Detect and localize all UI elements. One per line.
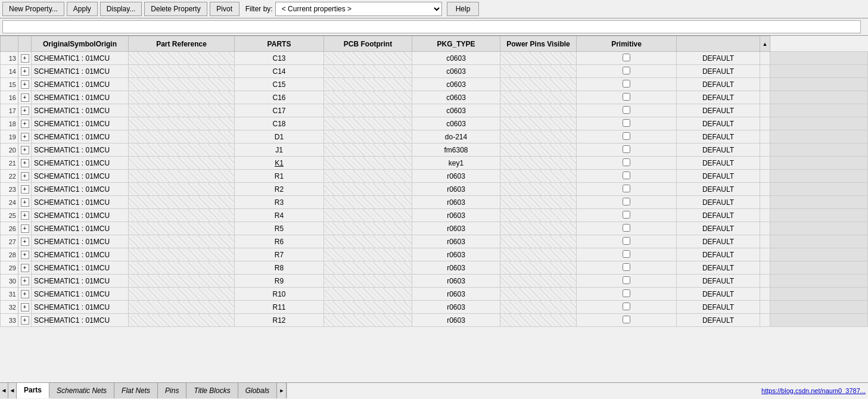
pcb-footprint-cell[interactable]: r0603: [412, 248, 500, 261]
pcb-footprint-cell[interactable]: r0603: [412, 235, 500, 248]
power-pins-visible-checkbox[interactable]: [623, 198, 630, 205]
parts-cell[interactable]: [324, 261, 412, 275]
expand-button[interactable]: +: [21, 172, 29, 180]
pcb-footprint-cell[interactable]: r0603: [412, 301, 500, 314]
pcb-footprint-cell[interactable]: r0603: [412, 196, 500, 209]
tab-parts[interactable]: Parts: [17, 383, 49, 398]
pcb-footprint-cell[interactable]: r0603: [412, 183, 500, 196]
pcb-footprint-cell[interactable]: do-214: [412, 130, 500, 144]
primitive-cell[interactable]: DEFAULT: [677, 235, 760, 248]
original-symbol-origin-cell[interactable]: [129, 209, 235, 222]
expand-button[interactable]: +: [21, 198, 29, 207]
pkg-type-cell[interactable]: [500, 78, 577, 91]
pkg-type-cell[interactable]: [500, 52, 577, 65]
pcb-footprint-cell[interactable]: c0603: [412, 65, 500, 78]
new-property-button[interactable]: New Property...: [2, 2, 64, 16]
power-pins-visible-checkbox[interactable]: [623, 250, 630, 258]
expand-cell[interactable]: +: [18, 104, 32, 117]
original-symbol-origin-cell[interactable]: [129, 275, 235, 288]
primitive-cell[interactable]: DEFAULT: [677, 222, 760, 235]
tab-flat-nets[interactable]: Flat Nets: [114, 383, 158, 398]
primitive-cell[interactable]: DEFAULT: [677, 104, 760, 117]
expand-cell[interactable]: +: [18, 170, 32, 183]
pcb-footprint-cell[interactable]: r0603: [412, 222, 500, 235]
expand-cell[interactable]: +: [18, 183, 32, 196]
part-reference-cell[interactable]: R8: [235, 261, 324, 275]
parts-cell[interactable]: [324, 288, 412, 301]
power-pins-visible-checkbox[interactable]: [623, 172, 630, 179]
col-original-symbol-origin[interactable]: OriginalSymbolOrigin: [32, 36, 129, 52]
power-pins-visible-checkbox[interactable]: [623, 158, 630, 166]
power-pins-visible-cell[interactable]: [577, 183, 677, 196]
parts-cell[interactable]: [324, 65, 412, 78]
original-symbol-origin-cell[interactable]: [129, 183, 235, 196]
expand-cell[interactable]: +: [18, 261, 32, 275]
part-reference-cell[interactable]: K1: [235, 157, 324, 170]
power-pins-visible-checkbox[interactable]: [623, 303, 630, 310]
expand-cell[interactable]: +: [18, 157, 32, 170]
original-symbol-origin-cell[interactable]: [129, 157, 235, 170]
pkg-type-cell[interactable]: [500, 104, 577, 117]
pcb-footprint-cell[interactable]: c0603: [412, 78, 500, 91]
primitive-cell[interactable]: DEFAULT: [677, 314, 760, 327]
part-reference-cell[interactable]: C14: [235, 65, 324, 78]
pcb-footprint-cell[interactable]: r0603: [412, 275, 500, 288]
primitive-cell[interactable]: DEFAULT: [677, 170, 760, 183]
original-symbol-origin-cell[interactable]: [129, 144, 235, 157]
part-reference-cell[interactable]: C17: [235, 104, 324, 117]
expand-button[interactable]: +: [21, 277, 29, 285]
pkg-type-cell[interactable]: [500, 170, 577, 183]
expand-button[interactable]: +: [21, 211, 29, 220]
expand-cell[interactable]: +: [18, 314, 32, 327]
power-pins-visible-checkbox[interactable]: [623, 54, 630, 61]
power-pins-visible-cell[interactable]: [577, 314, 677, 327]
original-symbol-origin-cell[interactable]: [129, 104, 235, 117]
pkg-type-cell[interactable]: [500, 157, 577, 170]
power-pins-visible-checkbox[interactable]: [623, 185, 630, 192]
original-symbol-origin-cell[interactable]: [129, 117, 235, 130]
power-pins-visible-checkbox[interactable]: [623, 80, 630, 88]
tab-title-blocks[interactable]: Title Blocks: [186, 383, 238, 398]
primitive-cell[interactable]: DEFAULT: [677, 261, 760, 275]
expand-cell[interactable]: +: [18, 78, 32, 91]
expand-button[interactable]: +: [21, 264, 29, 272]
pkg-type-cell[interactable]: [500, 275, 577, 288]
expand-button[interactable]: +: [21, 225, 29, 233]
pkg-type-cell[interactable]: [500, 144, 577, 157]
pcb-footprint-cell[interactable]: r0603: [412, 314, 500, 327]
parts-cell[interactable]: [324, 144, 412, 157]
power-pins-visible-cell[interactable]: [577, 170, 677, 183]
tab-pins[interactable]: Pins: [158, 383, 186, 398]
pkg-type-cell[interactable]: [500, 65, 577, 78]
pcb-footprint-cell[interactable]: c0603: [412, 117, 500, 130]
power-pins-visible-cell[interactable]: [577, 104, 677, 117]
power-pins-visible-cell[interactable]: [577, 144, 677, 157]
primitive-cell[interactable]: DEFAULT: [677, 157, 760, 170]
part-reference-cell[interactable]: R1: [235, 170, 324, 183]
pkg-type-cell[interactable]: [500, 248, 577, 261]
primitive-cell[interactable]: DEFAULT: [677, 91, 760, 104]
power-pins-visible-cell[interactable]: [577, 52, 677, 65]
expand-button[interactable]: +: [21, 290, 29, 298]
parts-cell[interactable]: [324, 183, 412, 196]
primitive-cell[interactable]: DEFAULT: [677, 144, 760, 157]
part-reference-cell[interactable]: R12: [235, 314, 324, 327]
primitive-cell[interactable]: DEFAULT: [677, 301, 760, 314]
primitive-cell[interactable]: DEFAULT: [677, 209, 760, 222]
primitive-cell[interactable]: DEFAULT: [677, 78, 760, 91]
parts-cell[interactable]: [324, 91, 412, 104]
expand-cell[interactable]: +: [18, 235, 32, 248]
parts-cell[interactable]: [324, 248, 412, 261]
expand-button[interactable]: +: [21, 93, 29, 102]
parts-cell[interactable]: [324, 209, 412, 222]
primitive-cell[interactable]: DEFAULT: [677, 117, 760, 130]
original-symbol-origin-cell[interactable]: [129, 288, 235, 301]
part-reference-cell[interactable]: R6: [235, 235, 324, 248]
part-reference-cell[interactable]: R2: [235, 183, 324, 196]
pkg-type-cell[interactable]: [500, 288, 577, 301]
parts-cell[interactable]: [324, 104, 412, 117]
part-reference-cell[interactable]: C15: [235, 78, 324, 91]
expand-cell[interactable]: +: [18, 288, 32, 301]
primitive-cell[interactable]: DEFAULT: [677, 65, 760, 78]
expand-button[interactable]: +: [21, 146, 29, 154]
